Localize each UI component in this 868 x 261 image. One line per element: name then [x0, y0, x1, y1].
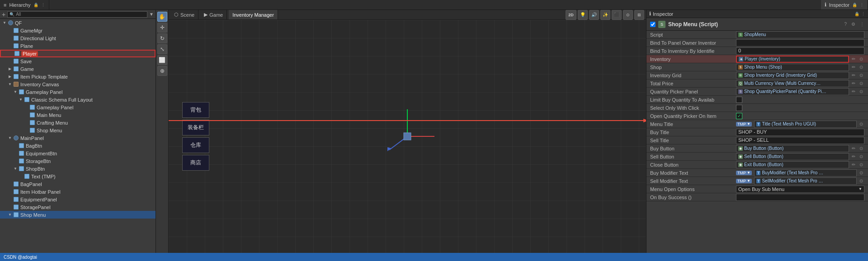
tree-item-gameplay-panel2[interactable]: Gameplay Panel [0, 103, 156, 111]
backpack-btn[interactable]: 背包 [182, 102, 209, 118]
rotate-tool-btn[interactable]: ↻ [157, 33, 167, 43]
tree-item-crafting-menu[interactable]: Crafting Menu [0, 119, 156, 126]
hierarchy-search[interactable]: 🔍 All [7, 11, 147, 18]
tree-item-gameplay-panel[interactable]: ▼ Gameplay Panel [0, 88, 156, 96]
tree-item-save[interactable]: Save [0, 57, 156, 65]
tree-item-storage-btn[interactable]: StorageBtn [0, 157, 156, 165]
inventory-ref[interactable]: ◈ Player (Inventory) [736, 56, 849, 63]
shop-settings-icon[interactable]: ⊙ [858, 65, 864, 70]
tree-item-shop-menu-bottom[interactable]: ▼ Shop Menu [0, 211, 156, 219]
qty-picker-edit-icon[interactable]: ✏ [850, 89, 857, 94]
scene-tab[interactable]: ⬡ Scene [170, 10, 198, 19]
menu-title-settings-icon[interactable]: ⊙ [858, 121, 864, 126]
script-ref[interactable]: S ShopMenu [736, 31, 864, 38]
storage-btn-game[interactable]: 仓库 [182, 137, 209, 153]
shop-btn-game[interactable]: 商店 [182, 155, 209, 171]
tmp-dropdown-buy-modifier[interactable]: TMP ▼ [736, 171, 752, 175]
close-button-edit-icon[interactable]: ✏ [850, 162, 857, 167]
tree-item-item-hotbar[interactable]: Item Hotbar Panel [0, 188, 156, 196]
inspector-menu-btn[interactable]: ⋮ [861, 12, 865, 16]
bind-inventory-id-input[interactable]: 0 [736, 47, 864, 55]
buy-button-edit-icon[interactable]: ✏ [850, 146, 857, 151]
equipment-btn-game[interactable]: 装备栏 [182, 120, 209, 135]
inventory-grid-ref[interactable]: ⊞ Shop Inventory Grid (Inventory Grid) [736, 72, 849, 79]
qty-picker-settings-icon[interactable]: ⊙ [858, 89, 864, 94]
sell-modifier-settings-icon[interactable]: ⊙ [858, 178, 864, 183]
tree-item-item-pickup-template[interactable]: ▶ Item Pickup Template [0, 73, 156, 80]
buy-modifier-settings-icon[interactable]: ⊙ [858, 170, 864, 175]
tree-item-directional-light[interactable]: Directional Light [0, 34, 156, 42]
sell-title-input[interactable]: SHOP - SELL [736, 137, 864, 144]
bind-panel-input[interactable] [736, 39, 864, 47]
tree-item-gamemgr[interactable]: GameMgr [0, 27, 156, 34]
lighting-btn[interactable]: 💡 [578, 10, 588, 20]
component-menu-icon[interactable]: ⋮ [860, 22, 864, 27]
rect-tool-btn[interactable]: ⬜ [157, 55, 167, 65]
audio-btn[interactable]: 🔊 [589, 10, 599, 20]
tree-item-classic-schema[interactable]: ▼ Classic Schema Full Layout [0, 96, 156, 103]
sell-button-edit-icon[interactable]: ✏ [850, 154, 857, 159]
inventory-edit-icon[interactable]: ✏ [850, 56, 857, 61]
grid-btn[interactable]: ⊞ [634, 10, 644, 20]
add-icon[interactable]: + [2, 11, 5, 18]
menu-title-ref[interactable]: T Title (Text Mesh Pro UGUI) [754, 121, 857, 128]
total-price-edit-icon[interactable]: ✏ [850, 81, 857, 86]
inventory-manager-tab[interactable]: Inventory Manager [229, 10, 278, 19]
inspector-menu-icon[interactable]: ⋮ [860, 3, 864, 7]
limit-buy-checkbox[interactable] [736, 97, 742, 103]
close-button-ref[interactable]: ◉ Exit Button (Button) [736, 161, 849, 168]
combined-tool-btn[interactable]: ⊕ [157, 66, 167, 76]
menu-open-options-dropdown[interactable]: Open Buy Sub Menu ▼ [736, 186, 864, 193]
tree-item-player[interactable]: Player [0, 50, 156, 57]
tree-item-equipment-btn[interactable]: EquipmentBtn [0, 149, 156, 157]
2d-btn[interactable]: 2D [566, 10, 576, 20]
game-tab[interactable]: ▶ Game [200, 10, 227, 19]
buy-title-input[interactable]: SHOP - BUY [736, 129, 864, 136]
scale-tool-btn[interactable]: ⤡ [157, 44, 167, 54]
tree-item-game[interactable]: ▶ Game [0, 65, 156, 73]
inspector-lock-btn[interactable]: 🔒 [854, 12, 859, 16]
total-price-settings-icon[interactable]: ⊙ [858, 81, 864, 86]
tree-item-storage-panel[interactable]: StoragePanel [0, 203, 156, 211]
tree-item-main-menu[interactable]: Main Menu [0, 111, 156, 119]
component-enabled-checkbox[interactable] [650, 22, 656, 27]
buy-button-ref[interactable]: ◉ Buy Button (Button) [736, 145, 849, 152]
total-price-ref[interactable]: Q Multi Currency View (Multi Currency… [736, 80, 849, 87]
filter-icon[interactable]: ▼ [149, 12, 154, 17]
sell-modifier-ref[interactable]: T SellModifier (Text Mesh Pro … [754, 177, 857, 185]
inventory-grid-settings-icon[interactable]: ⊙ [858, 73, 864, 78]
tree-item-equipment-panel[interactable]: EquipmentPanel [0, 196, 156, 203]
hierarchy-menu-icon[interactable]: ⋮ [41, 3, 45, 7]
inspector-tab-header[interactable]: ℹ Inspector 🔒 ⋮ [821, 0, 868, 9]
inventory-grid-edit-icon[interactable]: ✏ [850, 73, 857, 78]
buy-button-settings-icon[interactable]: ⊙ [858, 146, 864, 151]
tree-item-text-tmp[interactable]: Text (TMP) [0, 172, 156, 180]
buy-modifier-ref[interactable]: T BuyModifier (Text Mesh Pro … [754, 169, 857, 177]
tmp-dropdown-menu-title[interactable]: TMP ▼ [736, 122, 752, 126]
qty-picker-ref[interactable]: S Shop QuantityPickerPanel (Quantity Pi… [736, 88, 849, 95]
tree-item-shop-btn[interactable]: ▼ ShopBtn [0, 165, 156, 172]
component-help-icon[interactable]: ? [844, 22, 847, 27]
tmp-dropdown-sell-modifier[interactable]: TMP ▼ [736, 179, 752, 183]
tree-item-bag-btn[interactable]: BagBtn [0, 142, 156, 149]
tree-item-inventory-canvas[interactable]: ▼ Inventory Canvas [0, 80, 156, 88]
close-button-settings-icon[interactable]: ⊙ [858, 162, 864, 167]
shop-ref[interactable]: $ Shop Menu (Shop) [736, 64, 849, 71]
select-only-checkbox[interactable] [736, 105, 742, 111]
move-tool-btn[interactable]: ✛ [157, 23, 167, 33]
on-buy-success-input[interactable] [736, 194, 864, 201]
open-qty-picker-checkbox[interactable]: ✓ [736, 113, 742, 119]
tree-item-shop-menu[interactable]: Shop Menu [0, 126, 156, 134]
scene-view-btn[interactable]: ⬛ [612, 10, 622, 20]
tree-item-qf[interactable]: ▼ QF [0, 19, 156, 27]
component-settings-icon[interactable]: ⚙ [851, 22, 855, 27]
inventory-settings-icon[interactable]: ⊙ [858, 56, 864, 61]
hierarchy-tab-header[interactable]: ≡ Hierarchy 🔒 ⋮ [0, 0, 49, 9]
hand-tool-btn[interactable]: ✋ [157, 12, 167, 22]
fx-btn[interactable]: ✨ [600, 10, 610, 20]
shop-edit-icon[interactable]: ✏ [850, 65, 857, 70]
gizmos-btn[interactable]: ⊙ [623, 10, 633, 20]
tree-item-main-panel[interactable]: ▼ MainPanel [0, 134, 156, 142]
sell-button-ref[interactable]: ◉ Sell Button (Button) [736, 153, 849, 160]
tree-item-bag-panel[interactable]: BagPanel [0, 180, 156, 188]
